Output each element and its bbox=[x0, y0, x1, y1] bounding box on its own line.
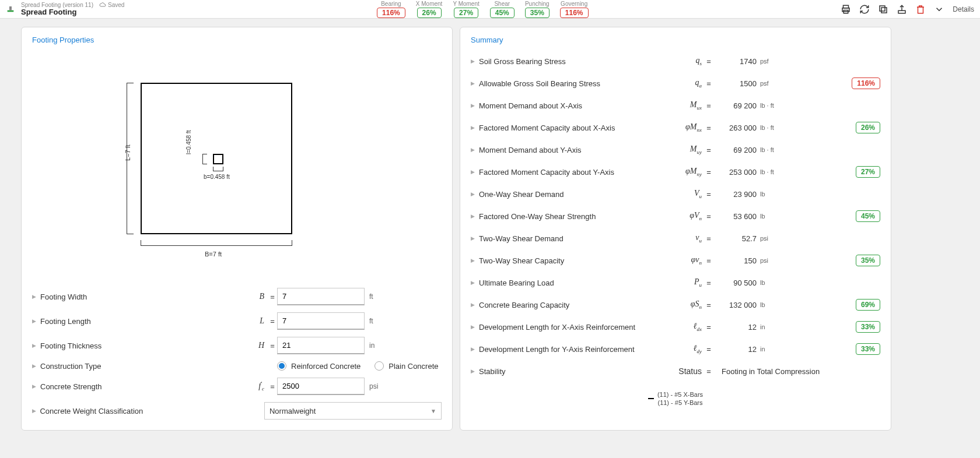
status-y-moment: Y Moment27% bbox=[453, 1, 479, 18]
footing-properties-panel: Footing Properties L=7 ft l=0.458 ft b=0… bbox=[21, 27, 453, 431]
input-footing-thickness[interactable] bbox=[277, 337, 365, 354]
summary-row: ▶Concrete Bearing CapacityφSn=132 000lb6… bbox=[471, 294, 880, 316]
expand-caret[interactable]: ▶ bbox=[471, 103, 477, 108]
summary-row: ▶Development Length for Y-Axis Reinforce… bbox=[471, 338, 880, 360]
row-footing-thickness: ▶ Footing Thickness H = in bbox=[32, 337, 442, 354]
expand-caret[interactable]: ▶ bbox=[471, 213, 477, 219]
expand-caret[interactable]: ▶ bbox=[32, 408, 37, 414]
expand-caret[interactable]: ▶ bbox=[471, 191, 477, 197]
expand-caret[interactable]: ▶ bbox=[471, 80, 477, 86]
radio-plain[interactable]: Plain Concrete bbox=[374, 361, 438, 371]
svg-rect-1 bbox=[9, 6, 12, 10]
summary-label: Ultimate Bearing Load bbox=[479, 279, 671, 287]
label-footing-width: Footing Width bbox=[40, 293, 239, 301]
input-footing-width[interactable] bbox=[277, 288, 365, 305]
summary-symbol: φMnx bbox=[671, 122, 702, 133]
expand-caret[interactable]: ▶ bbox=[32, 294, 38, 300]
summary-row: ▶Moment Demand about Y-AxisMuy=69 200lb … bbox=[471, 139, 880, 161]
topbar-actions: Details bbox=[841, 4, 974, 15]
expand-caret[interactable]: ▶ bbox=[471, 147, 477, 153]
status-badge: 45% bbox=[490, 8, 514, 18]
select-weight-classification[interactable]: Normalweight ▼ bbox=[264, 402, 442, 420]
summary-row: ▶StabilityStatus=Footing in Total Compre… bbox=[471, 360, 880, 382]
summary-badge: 45% bbox=[856, 210, 880, 222]
summary-row: ▶Factored Moment Capacity about X-AxisφM… bbox=[471, 117, 880, 139]
property-form: ▶ Footing Width B = ft ▶ Footing Length … bbox=[32, 288, 442, 420]
summary-label: Two-Way Shear Demand bbox=[479, 234, 671, 243]
svg-rect-0 bbox=[8, 10, 14, 12]
summary-badge: 35% bbox=[856, 255, 880, 266]
status-summary: Bearing116%X Moment26%Y Moment27%Shear45… bbox=[124, 1, 841, 18]
expand-caret[interactable]: ▶ bbox=[471, 368, 477, 374]
expand-caret[interactable]: ▶ bbox=[32, 383, 38, 389]
summary-symbol: Mux bbox=[671, 100, 702, 111]
unit-psi: psi bbox=[365, 382, 378, 390]
expand-caret[interactable]: ▶ bbox=[32, 343, 38, 348]
expand-caret[interactable]: ▶ bbox=[32, 363, 38, 369]
expand-caret[interactable]: ▶ bbox=[471, 302, 477, 308]
summary-label: Development Length for Y-Axis Reinforcem… bbox=[479, 345, 671, 354]
status-bearing: Bearing116% bbox=[377, 1, 405, 18]
dim-label-l: l=0.458 ft bbox=[186, 131, 192, 154]
expand-caret[interactable]: ▶ bbox=[471, 235, 477, 241]
summary-value: 263 000 bbox=[716, 124, 757, 132]
delete-button[interactable] bbox=[915, 4, 926, 15]
label-construction-type: Construction Type bbox=[40, 362, 239, 371]
expand-caret[interactable]: ▶ bbox=[471, 125, 477, 131]
refresh-button[interactable] bbox=[859, 4, 870, 15]
summary-panel: Summary ▶Soil Gross Bearing Stressqs=174… bbox=[460, 27, 891, 431]
input-footing-length[interactable] bbox=[277, 312, 365, 330]
summary-label: Two-Way Shear Capacity bbox=[479, 256, 671, 265]
label-concrete-strength: Concrete Strength bbox=[40, 382, 239, 391]
summary-value: 253 000 bbox=[716, 168, 757, 177]
summary-row: ▶Two-Way Shear Demandvu=52.7psi bbox=[471, 227, 880, 249]
expand-caret[interactable]: ▶ bbox=[471, 346, 477, 352]
expand-dropdown[interactable] bbox=[934, 4, 944, 15]
summary-symbol: Pu bbox=[671, 277, 702, 288]
expand-caret[interactable]: ▶ bbox=[471, 58, 477, 64]
status-badge: 116% bbox=[377, 8, 405, 18]
summary-label: One-Way Shear Demand bbox=[479, 190, 671, 199]
rebar-y: (11) - #5 Y-Bars bbox=[657, 399, 702, 406]
summary-unit: in bbox=[757, 346, 786, 353]
summary-badge: 69% bbox=[856, 299, 880, 311]
svg-rect-7 bbox=[898, 10, 905, 13]
expand-caret[interactable]: ▶ bbox=[32, 318, 38, 324]
input-concrete-strength[interactable] bbox=[277, 378, 365, 395]
rebar-x: (11) - #5 X-Bars bbox=[657, 391, 703, 398]
summary-value: Footing in Total Compression bbox=[716, 367, 820, 376]
summary-symbol: φMny bbox=[671, 167, 702, 177]
summary-value: 69 200 bbox=[716, 101, 757, 110]
expand-caret[interactable]: ▶ bbox=[471, 280, 477, 286]
summary-value: 53 600 bbox=[716, 212, 757, 221]
summary-unit: psi bbox=[757, 235, 786, 242]
expand-caret[interactable]: ▶ bbox=[471, 324, 477, 330]
summary-rows: ▶Soil Gross Bearing Stressqs=1740psf▶All… bbox=[471, 50, 880, 382]
details-link[interactable]: Details bbox=[953, 5, 974, 13]
export-button[interactable] bbox=[897, 4, 907, 15]
copy-button[interactable] bbox=[878, 4, 888, 15]
radio-label-plain: Plain Concrete bbox=[388, 362, 438, 371]
summary-label: Moment Demand about Y-Axis bbox=[479, 146, 671, 154]
label-footing-length: Footing Length bbox=[40, 317, 239, 326]
row-concrete-strength: ▶ Concrete Strength f′c = psi bbox=[32, 378, 442, 395]
summary-symbol: Status bbox=[671, 367, 702, 376]
summary-label: Factored Moment Capacity about X-Axis bbox=[479, 124, 671, 132]
status-label: Governing bbox=[561, 1, 587, 7]
row-construction-type: ▶ Construction Type Reinforced Concrete … bbox=[32, 361, 442, 371]
summary-unit: lb · ft bbox=[757, 102, 786, 109]
radio-reinforced[interactable]: Reinforced Concrete bbox=[277, 361, 360, 371]
summary-label: Stability bbox=[479, 367, 671, 376]
expand-caret[interactable]: ▶ bbox=[471, 169, 477, 175]
doc-meta: Spread Footing (version 11) Saved Spread… bbox=[21, 1, 124, 16]
unit-in: in bbox=[365, 341, 374, 350]
expand-caret[interactable]: ▶ bbox=[471, 258, 477, 263]
summary-symbol: vu bbox=[671, 233, 702, 244]
construction-type-radio: Reinforced Concrete Plain Concrete bbox=[277, 361, 439, 371]
row-footing-width: ▶ Footing Width B = ft bbox=[32, 288, 442, 305]
summary-label: Soil Gross Bearing Stress bbox=[479, 57, 671, 66]
print-button[interactable] bbox=[841, 4, 851, 15]
label-footing-thickness: Footing Thickness bbox=[40, 341, 239, 350]
summary-label: Concrete Bearing Capacity bbox=[479, 301, 671, 309]
summary-value: 52.7 bbox=[716, 234, 757, 243]
